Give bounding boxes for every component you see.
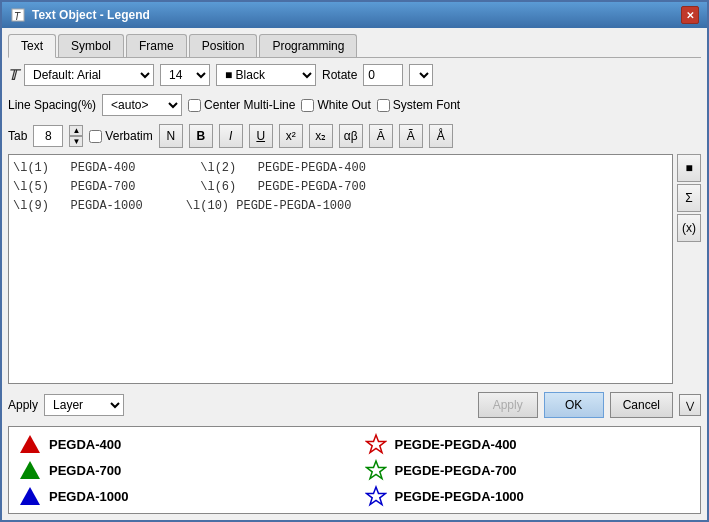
legend-icon-4	[19, 485, 41, 507]
rotate-unit-select[interactable]	[409, 64, 433, 86]
side-btn-block[interactable]: ■	[677, 154, 701, 182]
toolbar-row: Tab ▲ ▼ Verbatim N B I U x² x₂ αβ Ā Ã Å	[8, 122, 701, 150]
font-name-select[interactable]: Default: Arial	[24, 64, 154, 86]
close-button[interactable]: ✕	[681, 6, 699, 24]
tab-text[interactable]: Text	[8, 34, 56, 58]
legend-icon-2	[19, 459, 41, 481]
btn-underline[interactable]: U	[249, 124, 273, 148]
legend-label-4: PEGDA-1000	[49, 489, 128, 504]
btn-italic[interactable]: I	[219, 124, 243, 148]
window-icon: T	[10, 7, 26, 23]
legend-item-1: PEGDE-PEGDA-400	[365, 433, 691, 455]
apply-button[interactable]: Apply	[478, 392, 538, 418]
verbatim-checkbox-row: Verbatim	[89, 129, 152, 143]
expand-button[interactable]: ⋁	[679, 394, 701, 416]
svg-text:T: T	[14, 11, 21, 22]
window-title: Text Object - Legend	[32, 8, 150, 22]
text-line-2: \l(5) PEGDA-700 \l(6) PEGDE-PEGDA-700	[13, 178, 668, 197]
side-btn-sigma[interactable]: Σ	[677, 184, 701, 212]
rotate-label: Rotate	[322, 68, 357, 82]
system-font-checkbox[interactable]	[377, 99, 390, 112]
center-multi-line-checkbox-row: Center Multi-Line	[188, 98, 295, 112]
btn-superscript[interactable]: x²	[279, 124, 303, 148]
legend-item-0: PEGDA-400	[19, 433, 345, 455]
text-editor[interactable]: \l(1) PEGDA-400 \l(2) PEGDE-PEGDA-400 \l…	[8, 154, 673, 384]
btn-ring[interactable]: Å	[429, 124, 453, 148]
legend-panel: PEGDA-400 PEGDE-PEGDA-400 PEGDA-700 PEGD	[8, 426, 701, 514]
legend-icon-0	[19, 433, 41, 455]
legend-label-1: PEGDE-PEGDA-400	[395, 437, 517, 452]
legend-icon-1	[365, 433, 387, 455]
title-bar: T Text Object - Legend ✕	[2, 2, 707, 28]
legend-item-3: PEGDE-PEGDA-700	[365, 459, 691, 481]
svg-marker-3	[366, 435, 385, 453]
font-size-select[interactable]: 14	[160, 64, 210, 86]
text-area-container: \l(1) PEGDA-400 \l(2) PEGDE-PEGDA-400 \l…	[8, 154, 701, 384]
svg-marker-5	[366, 461, 385, 479]
tab-value-input[interactable]	[33, 125, 63, 147]
rotate-input[interactable]: 0	[363, 64, 403, 86]
legend-icon-5	[365, 485, 387, 507]
text-line-3: \l(9) PEGDA-1000 \l(10) PEGDE-PEGDA-1000	[13, 197, 668, 216]
legend-label-2: PEGDA-700	[49, 463, 121, 478]
main-content: Text Symbol Frame Position Programming 𝕋…	[2, 28, 707, 520]
tab-frame[interactable]: Frame	[126, 34, 187, 57]
main-window: T Text Object - Legend ✕ Text Symbol Fra…	[0, 0, 709, 522]
apply-dropdown[interactable]: Layer	[44, 394, 124, 416]
btn-symbol[interactable]: αβ	[339, 124, 363, 148]
center-multi-line-label: Center Multi-Line	[204, 98, 295, 112]
verbatim-checkbox[interactable]	[89, 130, 102, 143]
svg-marker-6	[20, 487, 40, 505]
apply-row: Apply Layer Apply OK Cancel ⋁	[8, 388, 701, 422]
btn-subscript[interactable]: x₂	[309, 124, 333, 148]
btn-overline[interactable]: Ā	[369, 124, 393, 148]
svg-marker-4	[20, 461, 40, 479]
center-multi-line-checkbox[interactable]	[188, 99, 201, 112]
legend-item-4: PEGDA-1000	[19, 485, 345, 507]
legend-label-0: PEGDA-400	[49, 437, 121, 452]
system-font-label: System Font	[393, 98, 460, 112]
ok-button[interactable]: OK	[544, 392, 604, 418]
white-out-label: White Out	[317, 98, 370, 112]
verbatim-label: Verbatim	[105, 129, 152, 143]
tab-programming[interactable]: Programming	[259, 34, 357, 57]
side-btn-function[interactable]: (x)	[677, 214, 701, 242]
legend-item-2: PEGDA-700	[19, 459, 345, 481]
btn-bold[interactable]: B	[189, 124, 213, 148]
legend-label-3: PEGDE-PEGDA-700	[395, 463, 517, 478]
cancel-button[interactable]: Cancel	[610, 392, 673, 418]
legend-icon-3	[365, 459, 387, 481]
tab-spin-up[interactable]: ▲	[69, 125, 83, 136]
side-buttons: ■ Σ (x)	[677, 154, 701, 384]
svg-marker-2	[20, 435, 40, 453]
tab-symbol[interactable]: Symbol	[58, 34, 124, 57]
system-font-checkbox-row: System Font	[377, 98, 460, 112]
white-out-checkbox[interactable]	[301, 99, 314, 112]
tab-position[interactable]: Position	[189, 34, 258, 57]
line-spacing-select[interactable]: <auto>	[102, 94, 182, 116]
tab-spin-down[interactable]: ▼	[69, 136, 83, 147]
tab-bar: Text Symbol Frame Position Programming	[8, 34, 701, 58]
font-row: 𝕋 Default: Arial 14 ■ Black Rotate 0	[8, 62, 701, 88]
btn-normal[interactable]: N	[159, 124, 183, 148]
line-spacing-label: Line Spacing(%)	[8, 98, 96, 112]
line-spacing-row: Line Spacing(%) <auto> Center Multi-Line…	[8, 92, 701, 118]
legend-item-5: PEGDE-PEGDA-1000	[365, 485, 691, 507]
title-bar-left: T Text Object - Legend	[10, 7, 150, 23]
legend-label-5: PEGDE-PEGDA-1000	[395, 489, 524, 504]
tab-label: Tab	[8, 129, 27, 143]
text-line-1: \l(1) PEGDA-400 \l(2) PEGDE-PEGDA-400	[13, 159, 668, 178]
white-out-checkbox-row: White Out	[301, 98, 370, 112]
apply-label: Apply	[8, 398, 38, 412]
tab-spinner: ▲ ▼	[69, 125, 83, 147]
svg-marker-7	[366, 487, 385, 505]
btn-tilde[interactable]: Ã	[399, 124, 423, 148]
color-select[interactable]: ■ Black	[216, 64, 316, 86]
font-icon: 𝕋	[8, 67, 18, 83]
